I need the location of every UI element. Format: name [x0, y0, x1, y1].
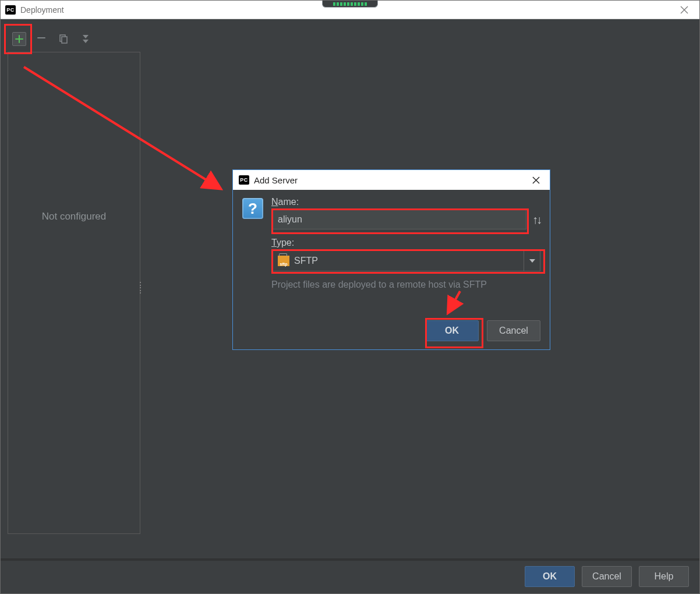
window-ok-button[interactable]: OK [525, 566, 575, 587]
server-name-input[interactable] [271, 210, 526, 229]
server-type-select[interactable]: sftp SFTP [271, 250, 540, 271]
titlebar-decoration [322, 1, 378, 8]
window-cancel-button[interactable]: Cancel [582, 566, 632, 587]
chevron-down-icon [524, 251, 540, 271]
window-titlebar: PC Deployment [1, 1, 699, 19]
window-help-button[interactable]: Help [639, 566, 689, 587]
window-footer: OK Cancel Help [1, 558, 699, 593]
servers-sidebar: Not configured [8, 52, 140, 534]
server-type-value: SFTP [294, 256, 318, 266]
window-body: Not configured PC Add Server [1, 19, 699, 558]
dialog-close-button[interactable] [526, 170, 545, 190]
sftp-icon: sftp [278, 256, 289, 266]
add-server-dialog: PC Add Server ? Name: ↑↓ Type: sftp [232, 169, 550, 350]
name-label: Name: [271, 197, 540, 207]
svg-line-3 [448, 291, 460, 312]
annotation-arrow-ok [434, 289, 469, 318]
type-hint-text: Project files are deployed to a remote h… [271, 280, 540, 290]
dialog-form: Name: ↑↓ Type: sftp SFTP Project files a… [271, 197, 540, 290]
dialog-cancel-button[interactable]: Cancel [487, 320, 540, 341]
remove-server-button[interactable] [34, 32, 48, 46]
deployment-window: PC Deployment [0, 0, 700, 594]
servers-toolbar [12, 32, 93, 46]
sidebar-resize-handle[interactable] [140, 282, 143, 294]
dialog-app-icon: PC [239, 175, 249, 185]
window-title: Deployment [20, 5, 64, 15]
dialog-body: ? Name: ↑↓ Type: sftp SFTP [233, 190, 550, 290]
dialog-titlebar: PC Add Server [233, 170, 550, 190]
set-default-button[interactable] [79, 32, 93, 46]
help-icon: ? [242, 198, 263, 219]
reorder-buttons[interactable]: ↑↓ [532, 213, 540, 227]
dialog-title: Add Server [254, 175, 298, 185]
window-close-button[interactable] [673, 1, 696, 19]
app-icon: PC [5, 5, 16, 15]
add-server-button[interactable] [12, 32, 26, 46]
type-label: Type: [271, 238, 540, 248]
svg-rect-1 [62, 37, 67, 43]
dialog-button-row: OK Cancel [425, 320, 540, 341]
dialog-ok-button[interactable]: OK [425, 320, 479, 341]
copy-server-button[interactable] [56, 32, 70, 46]
sidebar-empty-text: Not configured [42, 211, 107, 222]
